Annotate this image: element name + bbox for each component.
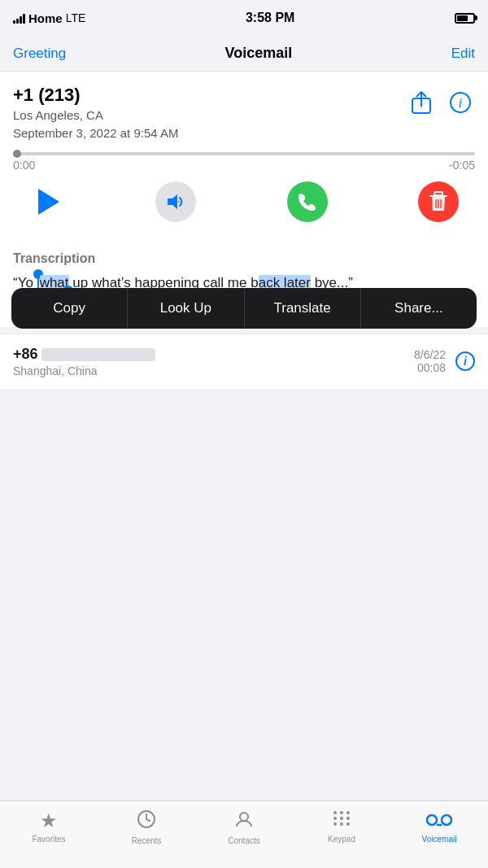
svg-point-17 bbox=[346, 817, 350, 820]
carrier-label: Home bbox=[28, 11, 63, 25]
audio-player: 0:00 -0:05 bbox=[13, 152, 475, 222]
voicemail-date: September 3, 2022 at 9:54 AM bbox=[13, 125, 178, 142]
keypad-icon bbox=[332, 809, 351, 832]
context-lookup[interactable]: Look Up bbox=[128, 288, 244, 329]
vm-date: 8/6/22 bbox=[414, 348, 446, 361]
tab-bar: ★ Favorites Recents Contacts bbox=[0, 800, 488, 868]
context-menu: Copy Look Up Translate Share... bbox=[11, 288, 477, 329]
svg-point-12 bbox=[333, 811, 337, 814]
vm-caller-number: +86 bbox=[13, 346, 155, 363]
svg-point-20 bbox=[346, 822, 350, 826]
battery-fill bbox=[457, 15, 468, 21]
progress-bar[interactable] bbox=[13, 152, 475, 155]
network-label: LTE bbox=[66, 11, 86, 24]
recents-label: Recents bbox=[132, 836, 162, 845]
tab-recents[interactable]: Recents bbox=[98, 809, 195, 845]
contacts-label: Contacts bbox=[228, 836, 259, 845]
caller-actions: i bbox=[407, 88, 475, 117]
call-button[interactable] bbox=[287, 181, 328, 222]
svg-point-15 bbox=[333, 817, 337, 820]
vm-list-right: 8/6/22 00:08 i bbox=[414, 348, 475, 374]
battery-indicator bbox=[455, 13, 475, 24]
vm-list-left: +86 Shanghai, China bbox=[13, 346, 155, 377]
svg-point-18 bbox=[333, 822, 337, 826]
vm-duration: 00:08 bbox=[414, 361, 446, 374]
nav-bar: Greeting Voicemail Edit bbox=[0, 36, 488, 72]
info-button[interactable]: i bbox=[446, 88, 475, 117]
status-right bbox=[455, 13, 475, 24]
svg-point-22 bbox=[442, 815, 451, 825]
tab-keypad[interactable]: Keypad bbox=[293, 809, 390, 844]
remaining-time: -0:05 bbox=[449, 159, 475, 172]
voicemail-tab-icon bbox=[426, 809, 452, 832]
status-time: 3:58 PM bbox=[246, 11, 294, 25]
context-copy[interactable]: Copy bbox=[11, 288, 128, 329]
status-left: Home LTE bbox=[13, 11, 85, 25]
svg-point-11 bbox=[240, 813, 248, 821]
vm-info-button[interactable]: i bbox=[455, 351, 475, 371]
svg-rect-6 bbox=[434, 192, 442, 195]
edit-button[interactable]: Edit bbox=[451, 46, 475, 62]
play-button[interactable] bbox=[29, 184, 65, 220]
page-title: Voicemail bbox=[225, 45, 293, 62]
favorites-icon: ★ bbox=[40, 809, 58, 832]
favorites-label: Favorites bbox=[32, 835, 65, 844]
tab-contacts[interactable]: Contacts bbox=[195, 809, 293, 845]
tab-bar-spacer bbox=[0, 389, 488, 456]
greeting-button[interactable]: Greeting bbox=[13, 46, 66, 62]
svg-point-14 bbox=[346, 811, 350, 814]
caller-location: Los Angeles, CA bbox=[13, 107, 178, 124]
tab-favorites[interactable]: ★ Favorites bbox=[0, 809, 98, 844]
play-icon bbox=[38, 189, 59, 215]
time-row: 0:00 -0:05 bbox=[13, 159, 475, 172]
caller-row: +1 (213) Los Angeles, CA September 3, 20… bbox=[13, 85, 475, 141]
transcription-label: Transcription bbox=[13, 251, 475, 266]
delete-button[interactable] bbox=[418, 181, 459, 222]
voicemail-list-item[interactable]: +86 Shanghai, China 8/6/22 00:08 i bbox=[0, 334, 488, 389]
context-translate[interactable]: Translate bbox=[245, 288, 361, 329]
vm-caller-location: Shanghai, China bbox=[13, 364, 155, 377]
status-bar: Home LTE 3:58 PM bbox=[0, 0, 488, 36]
caller-info: +1 (213) Los Angeles, CA September 3, 20… bbox=[13, 85, 178, 141]
svg-point-4 bbox=[178, 201, 180, 203]
progress-knob[interactable] bbox=[13, 150, 21, 158]
context-share[interactable]: Share... bbox=[361, 288, 477, 329]
speaker-button[interactable] bbox=[155, 181, 196, 222]
signal-bars bbox=[13, 12, 25, 24]
voicemail-label: Voicemail bbox=[422, 835, 457, 844]
svg-marker-3 bbox=[168, 194, 177, 209]
voicemail-detail-card: +1 (213) Los Angeles, CA September 3, 20… bbox=[0, 72, 488, 238]
caller-number: +1 (213) bbox=[13, 85, 178, 106]
svg-point-16 bbox=[340, 817, 343, 820]
keypad-label: Keypad bbox=[328, 835, 355, 844]
contacts-icon bbox=[234, 809, 254, 834]
vm-date-duration: 8/6/22 00:08 bbox=[414, 348, 446, 374]
svg-point-13 bbox=[340, 811, 343, 814]
recents-icon bbox=[137, 809, 156, 834]
share-button[interactable] bbox=[407, 88, 436, 117]
svg-point-19 bbox=[340, 822, 343, 826]
svg-point-21 bbox=[427, 815, 437, 825]
tab-voicemail[interactable]: Voicemail bbox=[390, 809, 488, 844]
svg-text:i: i bbox=[459, 96, 462, 110]
playback-controls bbox=[13, 181, 475, 222]
vm-number-redacted bbox=[41, 348, 155, 361]
current-time: 0:00 bbox=[13, 159, 35, 172]
